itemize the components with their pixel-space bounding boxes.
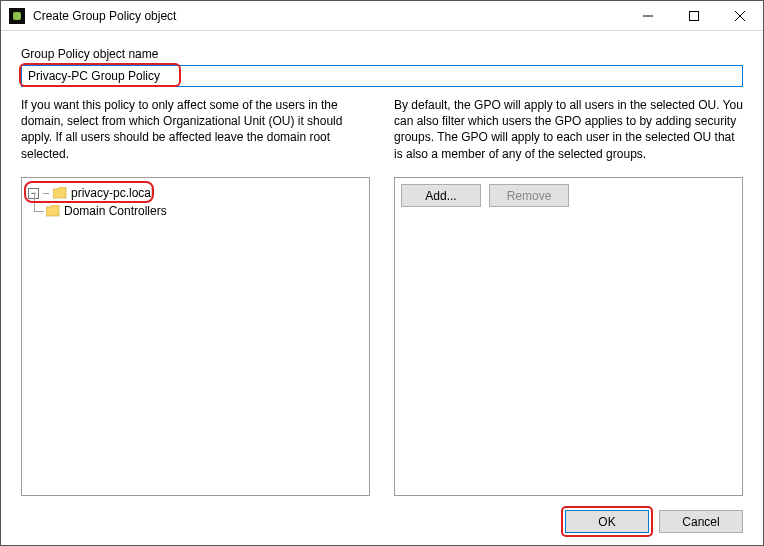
close-button[interactable] <box>717 1 763 31</box>
folder-icon <box>53 187 67 199</box>
minimize-button[interactable] <box>625 1 671 31</box>
tree-child-node[interactable]: Domain Controllers <box>46 202 363 220</box>
name-label: Group Policy object name <box>21 47 743 61</box>
dialog-footer: OK Cancel <box>21 496 743 533</box>
groups-column: By default, the GPO will apply to all us… <box>394 97 743 496</box>
ok-button[interactable]: OK <box>565 510 649 533</box>
cancel-button[interactable]: Cancel <box>659 510 743 533</box>
svg-rect-1 <box>690 11 699 20</box>
groups-panel[interactable]: Add... Remove <box>394 177 743 496</box>
tree-connector <box>43 193 49 194</box>
tree-root-node[interactable]: − privacy-pc.local <box>28 184 363 202</box>
groups-description: By default, the GPO will apply to all us… <box>394 97 743 167</box>
folder-icon <box>46 205 60 217</box>
tree-child-label: Domain Controllers <box>64 204 167 218</box>
dialog-content: Group Policy object name If you want thi… <box>1 31 763 545</box>
maximize-button[interactable] <box>671 1 717 31</box>
ou-column: If you want this policy to only affect s… <box>21 97 370 496</box>
add-button[interactable]: Add... <box>401 184 481 207</box>
app-icon <box>9 8 25 24</box>
policy-name-input[interactable] <box>21 65 743 87</box>
remove-button: Remove <box>489 184 569 207</box>
tree-root-label: privacy-pc.local <box>71 186 154 200</box>
window-title: Create Group Policy object <box>33 9 625 23</box>
ou-tree-panel[interactable]: − privacy-pc.local Domain Controllers <box>21 177 370 496</box>
titlebar: Create Group Policy object <box>1 1 763 31</box>
ou-description: If you want this policy to only affect s… <box>21 97 370 167</box>
